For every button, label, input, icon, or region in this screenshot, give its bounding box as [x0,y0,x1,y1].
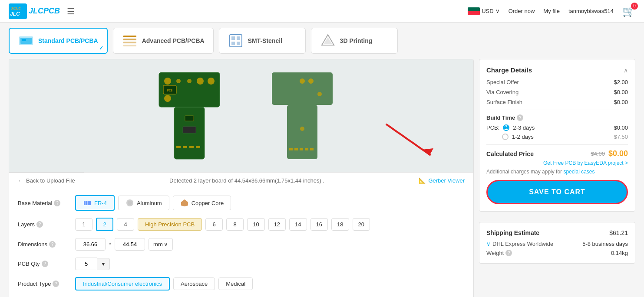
layer-1-btn[interactable]: 1 [75,218,92,231]
svg-point-39 [308,78,314,84]
product-industrial-btn[interactable]: Industrial/Consumer electronics [75,277,170,290]
copper-icon [180,199,189,207]
logo-icon: J@LC JLC [9,3,27,19]
layer-2-btn[interactable]: 2 [96,218,113,231]
pcb-label: PCB: [486,124,499,131]
pcb-images: PCB [146,68,337,163]
svg-rect-30 [189,146,194,148]
svg-point-38 [300,78,305,84]
tab-standard-label: Standard PCB/PCBA [38,37,98,44]
tab-advanced[interactable]: Advanced PCB/PCBA [113,28,214,54]
svg-rect-7 [123,39,136,40]
logo-text: JLCPCB [29,7,60,16]
gerber-icon: 📐 [419,177,426,184]
product-type-label: Product Type ? [18,281,70,287]
weight-label: Weight ? [486,250,512,256]
layer-16-btn[interactable]: 16 [310,218,328,231]
layer-12-btn[interactable]: 12 [268,218,286,231]
left-panel: PCB [9,59,474,297]
shipping-title: Shipping Estimate [486,229,539,236]
dimensions-controls: * mm ∨ [75,238,173,251]
layer-6-btn[interactable]: 6 [205,218,223,231]
svg-rect-9 [123,45,136,46]
pcb-back-image [268,68,337,163]
weight-value: 0.14kg [611,250,628,256]
layers-row: Layers ? 1 2 4 High Precision PCB 6 8 10… [18,218,465,231]
weight-help[interactable]: ? [505,250,512,256]
charge-details-header: Charge Details ∧ [486,66,628,74]
aluminum-icon [125,199,134,207]
build-time-2-3-row: PCB: 2-3 days $0.00 [486,124,628,131]
svg-point-41 [300,127,304,131]
dimension-height-input[interactable] [115,238,145,251]
dimension-width-input[interactable] [75,238,106,251]
tab-3d-printing[interactable]: 3D Printing [311,28,398,54]
build-time-2-3-option[interactable]: PCB: 2-3 days [486,124,535,131]
easyeda-link[interactable]: Get Free PCB by EasyEDA project > [486,160,628,166]
layer-8-btn[interactable]: 8 [226,218,244,231]
calculated-price-row: Calculated Price $4.00 $0.00 [486,149,628,158]
gerber-viewer-btn[interactable]: 📐 Gerber Viewer [410,173,473,188]
special-offer-row: Special Offer $2.00 [486,79,628,85]
pcb-qty-controls: ▼ [75,258,110,270]
svg-rect-37 [287,105,317,159]
svg-rect-6 [123,36,136,37]
currency-selector[interactable]: USD ∨ [468,7,499,15]
tab-3d-icon [320,33,336,49]
special-offer-value: $2.00 [614,79,628,85]
product-type-help[interactable]: ? [53,281,59,287]
svg-point-21 [164,95,171,102]
right-panel: Charge Details ∧ Special Offer $2.00 Via… [479,59,635,297]
product-type-controls: Industrial/Consumer electronics Aerospac… [75,277,253,290]
layer-14-btn[interactable]: 14 [289,218,307,231]
layer-18-btn[interactable]: 18 [331,218,349,231]
logo[interactable]: J@LC JLC JLCPCB [9,3,60,19]
svg-rect-43 [294,148,298,150]
layer-high-precision-btn[interactable]: High Precision PCB [138,218,202,231]
back-to-upload[interactable]: ← Back to Upload File [9,173,84,188]
product-type-row: Product Type ? Industrial/Consumer elect… [18,277,465,290]
svg-rect-36 [272,72,333,105]
dimension-separator: * [109,241,111,248]
via-covering-row: Via Covering $0.00 [486,89,628,95]
build-time-1-2-radio[interactable] [502,134,509,140]
product-medical-btn[interactable]: Medical [218,277,253,290]
charge-details-title: Charge Details [486,66,532,74]
tab-standard[interactable]: Standard PCB/PCBA [9,28,108,54]
tab-stencil[interactable]: SMT-Stencil [219,28,306,54]
my-file-link[interactable]: My file [543,8,560,14]
back-arrow-icon: ← [18,177,23,184]
order-now-link[interactable]: Order now [509,8,535,14]
layers-help[interactable]: ? [36,221,43,228]
special-cases-link[interactable]: special cases [563,169,594,175]
save-to-cart-button[interactable]: SAVE TO CART [486,180,628,204]
cart-button[interactable]: 🛒 0 [622,5,635,17]
dimensions-help[interactable]: ? [49,241,56,248]
layer-20-btn[interactable]: 20 [353,218,370,231]
layers-controls: 1 2 4 High Precision PCB 6 8 10 12 14 16… [75,218,370,231]
build-time-2-3-radio[interactable] [503,124,509,131]
material-aluminum-btn[interactable]: Aluminum [118,196,169,210]
dimension-unit-selector[interactable]: mm ∨ [149,238,173,251]
tab-advanced-icon [122,33,138,49]
tab-advanced-label: Advanced PCB/PCBA [142,37,205,44]
cart-badge: 0 [631,3,638,10]
build-time-1-2-option[interactable]: 1-2 days [502,134,534,140]
product-aerospace-btn[interactable]: Aerospace [173,277,215,290]
layer-4-btn[interactable]: 4 [117,218,134,231]
material-copper-btn[interactable]: Copper Core [173,196,231,210]
material-fr4-btn[interactable]: FR-4 [75,195,115,211]
build-time-help[interactable]: ? [517,114,523,121]
pcb-qty-input[interactable] [75,258,97,270]
pcb-qty-dropdown[interactable]: ▼ [97,258,110,270]
base-material-help[interactable]: ? [54,200,60,206]
pcb-qty-help[interactable]: ? [42,261,48,267]
svg-point-19 [164,78,171,85]
username-link[interactable]: tanmoybiswas514 [568,8,614,14]
svg-rect-34 [185,116,194,121]
pcb-front-image: PCB [146,68,233,163]
currency-text: USD [482,8,493,14]
hamburger-menu[interactable]: ☰ [67,6,75,16]
layer-10-btn[interactable]: 10 [247,218,264,231]
shipping-detail-row: ∨ DHL Express Worldwide 5-8 business day… [486,241,628,247]
